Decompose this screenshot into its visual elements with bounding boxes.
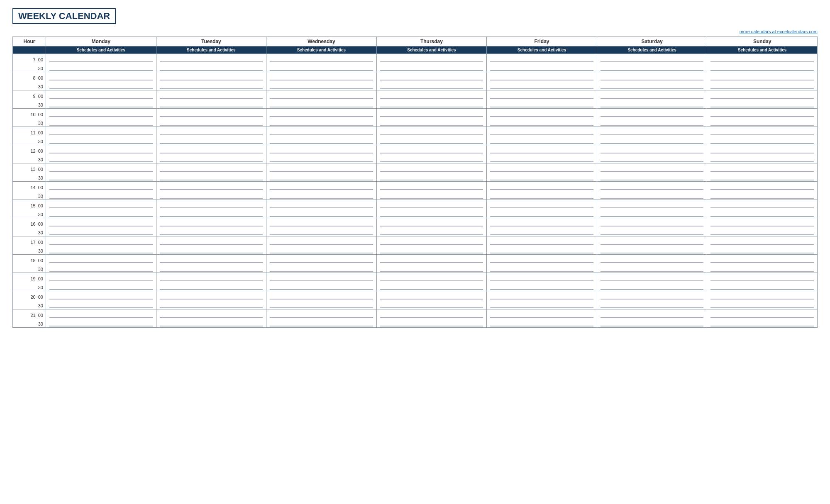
calendar-cell[interactable] xyxy=(266,309,377,319)
calendar-cell[interactable] xyxy=(156,81,266,90)
calendar-cell[interactable] xyxy=(266,81,377,90)
calendar-cell[interactable] xyxy=(597,191,707,200)
calendar-cell[interactable] xyxy=(156,200,266,209)
calendar-cell[interactable] xyxy=(597,173,707,182)
calendar-cell[interactable] xyxy=(266,118,377,127)
calendar-cell[interactable] xyxy=(156,309,266,319)
calendar-cell[interactable] xyxy=(487,209,597,218)
calendar-cell[interactable] xyxy=(597,118,707,127)
calendar-cell[interactable] xyxy=(707,218,818,227)
calendar-cell[interactable] xyxy=(707,246,818,255)
calendar-cell[interactable] xyxy=(487,163,597,173)
calendar-cell[interactable] xyxy=(707,273,818,282)
calendar-cell[interactable] xyxy=(156,291,266,300)
calendar-cell[interactable] xyxy=(597,109,707,118)
calendar-cell[interactable] xyxy=(266,255,377,264)
calendar-cell[interactable] xyxy=(597,209,707,218)
external-link[interactable]: more calendars at excelcalendars.com xyxy=(740,29,818,34)
calendar-cell[interactable] xyxy=(487,100,597,109)
calendar-cell[interactable] xyxy=(46,136,156,145)
calendar-cell[interactable] xyxy=(156,255,266,264)
calendar-cell[interactable] xyxy=(707,282,818,291)
calendar-cell[interactable] xyxy=(266,200,377,209)
calendar-cell[interactable] xyxy=(376,173,487,182)
calendar-cell[interactable] xyxy=(266,173,377,182)
calendar-cell[interactable] xyxy=(266,300,377,309)
calendar-cell[interactable] xyxy=(597,236,707,246)
calendar-cell[interactable] xyxy=(266,264,377,273)
calendar-cell[interactable] xyxy=(597,81,707,90)
calendar-cell[interactable] xyxy=(707,182,818,191)
calendar-cell[interactable] xyxy=(597,182,707,191)
calendar-cell[interactable] xyxy=(707,109,818,118)
calendar-cell[interactable] xyxy=(487,218,597,227)
calendar-cell[interactable] xyxy=(707,63,818,72)
calendar-cell[interactable] xyxy=(46,163,156,173)
calendar-cell[interactable] xyxy=(707,154,818,163)
calendar-cell[interactable] xyxy=(487,236,597,246)
calendar-cell[interactable] xyxy=(156,246,266,255)
calendar-cell[interactable] xyxy=(707,227,818,236)
calendar-cell[interactable] xyxy=(376,236,487,246)
calendar-cell[interactable] xyxy=(46,182,156,191)
calendar-cell[interactable] xyxy=(487,154,597,163)
calendar-cell[interactable] xyxy=(376,191,487,200)
calendar-cell[interactable] xyxy=(376,300,487,309)
calendar-cell[interactable] xyxy=(707,309,818,319)
calendar-cell[interactable] xyxy=(46,300,156,309)
calendar-cell[interactable] xyxy=(376,291,487,300)
calendar-cell[interactable] xyxy=(46,200,156,209)
calendar-cell[interactable] xyxy=(46,273,156,282)
calendar-cell[interactable] xyxy=(46,291,156,300)
calendar-cell[interactable] xyxy=(266,246,377,255)
calendar-cell[interactable] xyxy=(487,227,597,236)
calendar-cell[interactable] xyxy=(46,145,156,154)
calendar-cell[interactable] xyxy=(707,191,818,200)
calendar-cell[interactable] xyxy=(46,100,156,109)
calendar-cell[interactable] xyxy=(376,127,487,136)
calendar-cell[interactable] xyxy=(487,273,597,282)
calendar-cell[interactable] xyxy=(266,109,377,118)
calendar-cell[interactable] xyxy=(46,319,156,328)
calendar-cell[interactable] xyxy=(597,227,707,236)
calendar-cell[interactable] xyxy=(46,191,156,200)
calendar-cell[interactable] xyxy=(46,54,156,63)
calendar-cell[interactable] xyxy=(487,118,597,127)
calendar-cell[interactable] xyxy=(487,127,597,136)
calendar-cell[interactable] xyxy=(266,218,377,227)
calendar-cell[interactable] xyxy=(707,300,818,309)
calendar-cell[interactable] xyxy=(266,291,377,300)
calendar-cell[interactable] xyxy=(266,209,377,218)
calendar-cell[interactable] xyxy=(487,264,597,273)
calendar-cell[interactable] xyxy=(487,282,597,291)
calendar-cell[interactable] xyxy=(597,54,707,63)
calendar-cell[interactable] xyxy=(46,246,156,255)
calendar-cell[interactable] xyxy=(266,282,377,291)
calendar-cell[interactable] xyxy=(597,136,707,145)
calendar-cell[interactable] xyxy=(597,72,707,81)
calendar-cell[interactable] xyxy=(597,127,707,136)
calendar-cell[interactable] xyxy=(46,264,156,273)
calendar-cell[interactable] xyxy=(597,218,707,227)
calendar-cell[interactable] xyxy=(597,100,707,109)
calendar-cell[interactable] xyxy=(156,90,266,100)
calendar-cell[interactable] xyxy=(376,200,487,209)
calendar-cell[interactable] xyxy=(376,273,487,282)
calendar-cell[interactable] xyxy=(266,182,377,191)
calendar-cell[interactable] xyxy=(46,118,156,127)
calendar-cell[interactable] xyxy=(376,182,487,191)
calendar-cell[interactable] xyxy=(376,319,487,328)
calendar-cell[interactable] xyxy=(266,145,377,154)
calendar-cell[interactable] xyxy=(376,264,487,273)
calendar-cell[interactable] xyxy=(707,264,818,273)
calendar-cell[interactable] xyxy=(156,145,266,154)
calendar-cell[interactable] xyxy=(487,72,597,81)
calendar-cell[interactable] xyxy=(487,246,597,255)
calendar-cell[interactable] xyxy=(156,54,266,63)
calendar-cell[interactable] xyxy=(46,227,156,236)
calendar-cell[interactable] xyxy=(597,319,707,328)
calendar-cell[interactable] xyxy=(487,291,597,300)
calendar-cell[interactable] xyxy=(707,54,818,63)
calendar-cell[interactable] xyxy=(597,163,707,173)
calendar-cell[interactable] xyxy=(376,63,487,72)
